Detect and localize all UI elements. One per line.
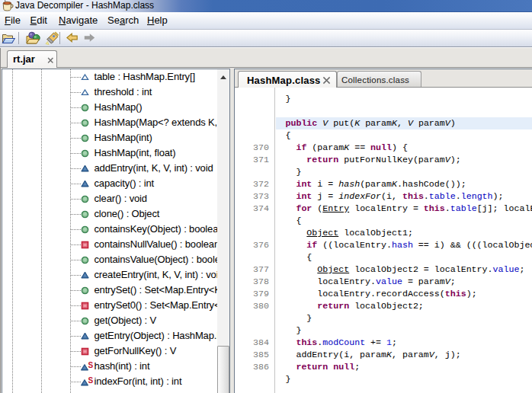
svg-text:S: S <box>88 361 93 369</box>
svg-text:S: S <box>88 376 93 385</box>
